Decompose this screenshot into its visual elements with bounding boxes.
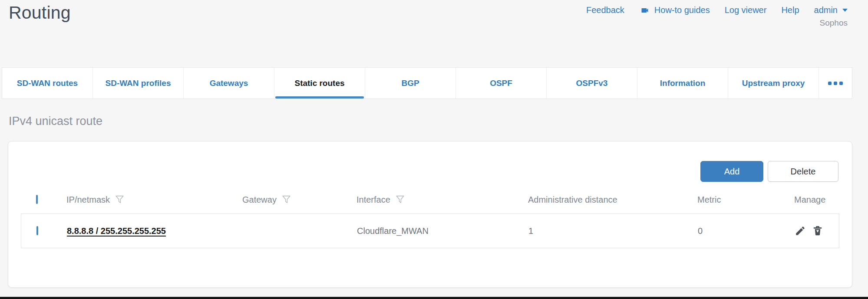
- feedback-label: Feedback: [586, 5, 624, 15]
- feedback-link[interactable]: Feedback: [586, 5, 624, 15]
- ellipsis-icon: [828, 82, 832, 85]
- filter-icon[interactable]: [115, 195, 124, 204]
- more-tabs-button[interactable]: [819, 68, 852, 99]
- section-heading: IPv4 unicast route: [9, 115, 102, 128]
- route-metric-value: 0: [693, 226, 769, 236]
- tab-sdwan-routes[interactable]: SD-WAN routes: [2, 68, 93, 99]
- filter-icon[interactable]: [396, 195, 405, 204]
- route-interface-value: Cloudflare_MWAN: [352, 226, 523, 236]
- chevron-down-icon: [842, 9, 848, 12]
- help-label: Help: [781, 5, 799, 15]
- row-checkbox[interactable]: [36, 226, 38, 235]
- table-header: IP/netmask Gateway Interface Administrat…: [21, 189, 839, 210]
- top-navigation: Feedback How-to guides Log viewer Help a…: [586, 5, 848, 28]
- tab-ospfv3[interactable]: OSPFv3: [547, 68, 637, 99]
- video-camera-icon: [639, 6, 650, 15]
- howto-guides-link[interactable]: How-to guides: [639, 5, 710, 15]
- column-header-metric: Metric: [692, 195, 768, 205]
- howto-guides-label: How-to guides: [654, 5, 710, 15]
- route-ip-netmask-link[interactable]: 8.8.8.8 / 255.255.255.255: [67, 226, 166, 236]
- delete-button[interactable]: Delete: [768, 161, 838, 182]
- column-header-ip-netmask: IP/netmask: [61, 195, 237, 205]
- tab-upstream-proxy[interactable]: Upstream proxy: [728, 68, 819, 99]
- column-header-manage: Manage: [768, 195, 839, 205]
- column-header-interface: Interface: [351, 195, 523, 205]
- filter-icon[interactable]: [282, 195, 291, 204]
- tab-bgp[interactable]: BGP: [365, 68, 456, 99]
- tab-sdwan-profiles[interactable]: SD-WAN profiles: [93, 68, 184, 99]
- select-all-checkbox[interactable]: [36, 195, 38, 204]
- tab-information[interactable]: Information: [637, 68, 728, 99]
- routing-page: Routing Feedback How-to guides Log viewe…: [0, 0, 868, 299]
- routing-tabs: SD-WAN routes SD-WAN profiles Gateways S…: [2, 67, 852, 99]
- tab-gateways[interactable]: Gateways: [184, 68, 274, 99]
- routes-panel: Add Delete IP/netmask Gateway Interface: [8, 141, 852, 288]
- log-viewer-label: Log viewer: [725, 5, 767, 15]
- page-title: Routing: [9, 3, 71, 23]
- help-link[interactable]: Help: [781, 5, 799, 15]
- tab-static-routes[interactable]: Static routes: [274, 68, 365, 99]
- window-bottom-edge: [0, 297, 868, 299]
- column-header-admin-distance: Administrative distance: [523, 195, 692, 205]
- table-row: 8.8.8.8 / 255.255.255.255 Cloudflare_MWA…: [21, 214, 839, 248]
- add-button[interactable]: Add: [700, 161, 763, 182]
- tab-ospf[interactable]: OSPF: [456, 68, 547, 99]
- column-header-gateway: Gateway: [237, 195, 351, 205]
- route-admin-distance-value: 1: [523, 226, 693, 236]
- admin-label: admin: [814, 5, 838, 15]
- log-viewer-link[interactable]: Log viewer: [725, 5, 767, 15]
- brand-label: Sophos: [820, 18, 848, 28]
- delete-trash-icon[interactable]: [812, 225, 823, 237]
- edit-pencil-icon[interactable]: [795, 225, 806, 237]
- admin-menu[interactable]: admin: [814, 5, 848, 15]
